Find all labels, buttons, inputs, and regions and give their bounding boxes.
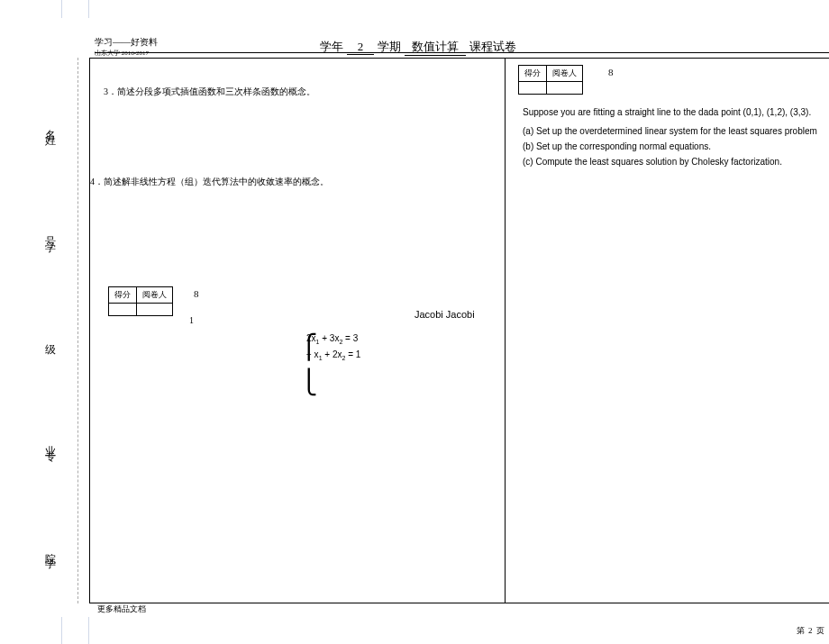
equation-system: ⎧⎩ 2x1 + 3x2 = 3 − x1 + 2x2 = 1	[306, 331, 360, 363]
problem-statement: Suppose you are fitting a straight line …	[523, 105, 824, 119]
header-sub: 山东大学 2016-2017	[95, 49, 158, 58]
points-left: 8	[194, 288, 199, 299]
part-b: (b) Set up the corresponding normal equa…	[523, 140, 824, 153]
jacobi-label: Jacobi Jacobi	[414, 309, 475, 320]
part-a: (a) Set up the overdetermined linear sys…	[523, 124, 824, 138]
binding-labels: 名姓 号学 级 业专 院学	[45, 72, 58, 603]
problem-num-left: 1	[189, 315, 194, 325]
header-study: 学习——好资料	[95, 36, 158, 49]
right-column-question: Suppose you are fitting a straight line …	[523, 105, 824, 170]
part-c: (c) Compute the least squares solution b…	[523, 155, 824, 168]
page-header: 学习——好资料 山东大学 2016-2017 学年 2 学期 数值计算 课程试卷	[95, 36, 829, 58]
points-right: 8	[608, 67, 614, 77]
score-box-right: 得分阅卷人	[518, 65, 583, 95]
footer-left: 更多精品文档	[97, 603, 146, 615]
score-box-left: 得分阅卷人	[108, 286, 173, 316]
question-3: 3．简述分段多项式插值函数和三次样条函数的概念。	[104, 86, 315, 98]
column-divider	[505, 58, 506, 603]
footer-right: 第 2 页	[797, 625, 825, 637]
question-4: 4．简述解非线性方程（组）迭代算法中的收敛速率的概念。	[90, 176, 329, 188]
